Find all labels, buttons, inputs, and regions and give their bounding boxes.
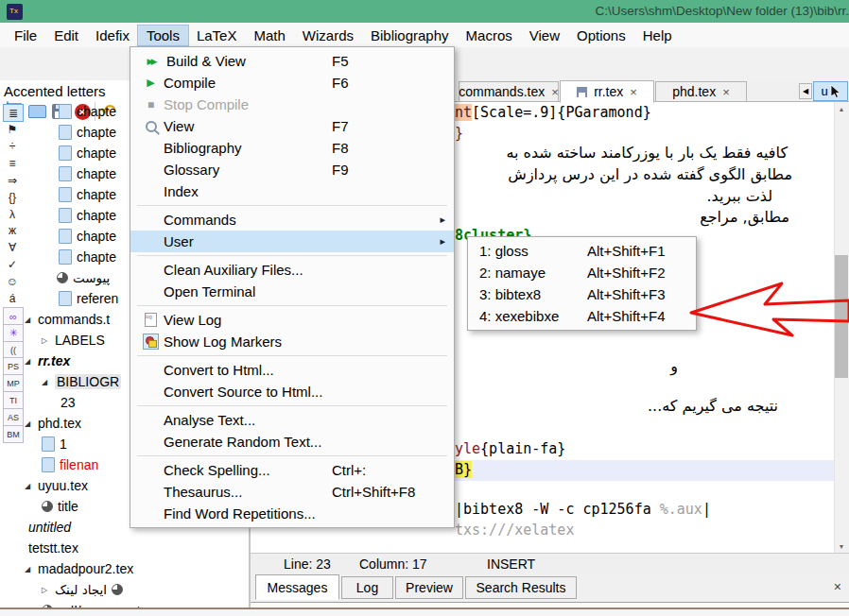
smiley-icon[interactable]: ☺ xyxy=(3,273,22,289)
menu-item-thesaurus[interactable]: Thesaurus...Ctrl+Shift+F8 xyxy=(130,481,454,503)
bottom-strip xyxy=(0,609,849,616)
structure-list-icon[interactable]: ≣ xyxy=(3,104,24,122)
expander-expanded-icon[interactable]: ◢ xyxy=(25,565,38,573)
status-mode: INSERT xyxy=(487,556,535,572)
tab-log[interactable]: Log xyxy=(341,576,393,599)
cyrillic-icon[interactable]: ж xyxy=(3,222,22,238)
menu-wizards[interactable]: Wizards xyxy=(294,26,362,45)
tab-close-icon[interactable]: × xyxy=(630,85,637,99)
submenu-item-gloss[interactable]: 1: glossAlt+Shift+F1 xyxy=(468,240,696,262)
menu-item-view[interactable]: ViewF7 xyxy=(130,115,454,137)
menu-item-generate-random-text[interactable]: Generate Random Text... xyxy=(130,431,454,453)
division-icon[interactable]: ÷ xyxy=(3,138,22,154)
app-icon xyxy=(7,4,23,20)
menu-item-analyse-text[interactable]: Analyse Text... xyxy=(130,409,454,431)
bm-tab-icon[interactable]: BM xyxy=(3,425,24,443)
menu-item-build-view[interactable]: ▶▶Build & ViewF5 xyxy=(130,50,454,72)
log-markers-icon xyxy=(138,334,164,350)
asterisk-icon[interactable]: ✳ xyxy=(3,324,24,342)
menu-view[interactable]: View xyxy=(521,26,568,45)
tree-item-create-link[interactable]: ▷ايجاد لينک xyxy=(25,579,249,600)
menu-item-convert-to-html[interactable]: Convert to Html... xyxy=(130,359,454,381)
infinity-icon[interactable]: ∞ xyxy=(3,307,24,325)
tree-item-tetstt-tex[interactable]: tetstt.tex xyxy=(25,538,249,558)
menu-latex[interactable]: LaTeX xyxy=(188,26,246,45)
tree-item-clipped[interactable]: فهرست مطالب xyxy=(25,600,249,607)
file-icon xyxy=(42,436,55,452)
expander-expanded-icon[interactable]: ◢ xyxy=(25,482,38,490)
scroll-up-icon[interactable]: ▲ xyxy=(834,102,849,115)
ti-tab-icon[interactable]: TI xyxy=(3,391,24,409)
tab-preview[interactable]: Preview xyxy=(395,576,463,599)
menu-bibliography[interactable]: Bibliography xyxy=(362,26,458,45)
menu-item-commands[interactable]: Commands▸ xyxy=(130,209,454,231)
expander-collapsed-icon[interactable]: ▷ xyxy=(42,336,55,345)
accents-icon[interactable]: á xyxy=(3,290,22,306)
tab-close-icon[interactable]: × xyxy=(551,85,559,99)
braces-icon[interactable]: {} xyxy=(3,189,22,205)
menu-item-compile[interactable]: ▶CompileF6 xyxy=(130,72,454,94)
file-icon xyxy=(59,249,72,265)
unsaved-floppy-icon xyxy=(577,87,587,97)
submenu-item-bibtex8[interactable]: 3: bibtex8Alt+Shift+F3 xyxy=(468,283,696,305)
log-file-icon xyxy=(138,313,164,327)
menu-help[interactable]: Help xyxy=(634,26,681,45)
ps-tab-icon[interactable]: PS xyxy=(3,357,24,375)
expander-expanded-icon[interactable]: ◢ xyxy=(25,316,38,324)
menu-item-bibliography[interactable]: BibliographyF8 xyxy=(130,137,454,159)
menu-item-glossary[interactable]: GlossaryF9 xyxy=(130,159,454,180)
code-line: |bibtex8 -W -c cp1256fa %.aux| xyxy=(455,501,711,518)
menu-item-view-log[interactable]: View Log xyxy=(130,309,454,331)
file-icon xyxy=(59,145,72,161)
mouse-cursor-icon xyxy=(830,84,840,98)
menu-file[interactable]: File xyxy=(6,26,45,45)
scroll-down-icon[interactable]: ▼ xyxy=(834,539,849,553)
file-icon xyxy=(59,208,72,223)
title-bar[interactable]: C:\Users\shm\Desktop\New folder (13)\bib… xyxy=(0,0,849,23)
status-bar: Line: 23 Column: 17 INSERT xyxy=(251,553,849,573)
tab-close-icon[interactable]: × xyxy=(722,85,730,99)
tab-messages[interactable]: Messages xyxy=(255,574,339,600)
tree-item-madadpour2-tex[interactable]: ◢madadpour2.tex xyxy=(25,558,249,579)
submenu-item-xexebibxe[interactable]: 4: xexebibxeAlt+Shift+F4 xyxy=(468,305,696,327)
expander-expanded-icon[interactable]: ◢ xyxy=(25,357,38,366)
stop-icon: ■ xyxy=(138,98,164,111)
menu-item-convert-source-to-html[interactable]: Convert Source to Html... xyxy=(130,381,454,402)
menu-item-show-log-markers[interactable]: Show Log Markers xyxy=(130,331,454,352)
tab-scroll-left-button[interactable]: ◀ xyxy=(799,83,812,99)
tab-overflow-button[interactable]: u xyxy=(813,81,848,101)
menu-tools[interactable]: Tools xyxy=(138,26,188,45)
logic-icon[interactable]: ∀ xyxy=(3,239,22,255)
menu-item-find-word-repetitions[interactable]: Find Word Repetitions... xyxy=(130,503,454,524)
expander-collapsed-icon[interactable]: ▷ xyxy=(42,586,55,594)
menu-item-open-terminal[interactable]: Open Terminal xyxy=(130,281,454,302)
menu-edit[interactable]: Edit xyxy=(45,26,87,45)
check-icon[interactable]: ✓ xyxy=(3,256,22,272)
texstudio-window: C:\Users\shm\Desktop\New folder (13)\bib… xyxy=(0,0,849,616)
tab-search-results[interactable]: Search Results xyxy=(465,576,577,599)
menu-options[interactable]: Options xyxy=(568,26,634,45)
expander-expanded-icon[interactable]: ◢ xyxy=(25,419,38,428)
menu-item-clean-auxiliary-files[interactable]: Clean Auxiliary Files... xyxy=(130,259,454,281)
persian-text-line: و xyxy=(670,357,678,375)
mp-tab-icon[interactable]: MP xyxy=(3,374,24,392)
tab-rr-tex[interactable]: rr.tex× xyxy=(560,80,654,103)
tab-phd-tex[interactable]: phd.tex× xyxy=(655,81,747,102)
menu-separator xyxy=(137,255,447,256)
relations-icon[interactable]: ≡ xyxy=(3,155,22,171)
menu-macros[interactable]: Macros xyxy=(458,26,521,45)
arrows-icon[interactable]: ⇒ xyxy=(3,172,22,188)
as-tab-icon[interactable]: AS xyxy=(3,408,24,426)
greek-icon[interactable]: λ xyxy=(3,206,22,222)
menu-idefix[interactable]: Idefix xyxy=(87,26,138,45)
tab-commands-tex[interactable]: commands.tex× xyxy=(459,81,559,102)
expander-expanded-icon[interactable]: ◢ xyxy=(42,378,55,386)
menu-item-index[interactable]: Index xyxy=(130,180,454,202)
menu-item-check-spelling[interactable]: Check Spelling...Ctrl+: xyxy=(130,459,454,481)
submenu-item-namaye[interactable]: 2: namayeAlt+Shift+F2 xyxy=(468,262,696,283)
menu-math[interactable]: Math xyxy=(245,26,293,45)
bookmark-icon[interactable]: ⚑ xyxy=(3,121,22,137)
menu-item-user[interactable]: User▸ xyxy=(130,231,454,252)
panel-close-icon[interactable]: × xyxy=(834,579,841,594)
section-icon xyxy=(57,272,68,283)
